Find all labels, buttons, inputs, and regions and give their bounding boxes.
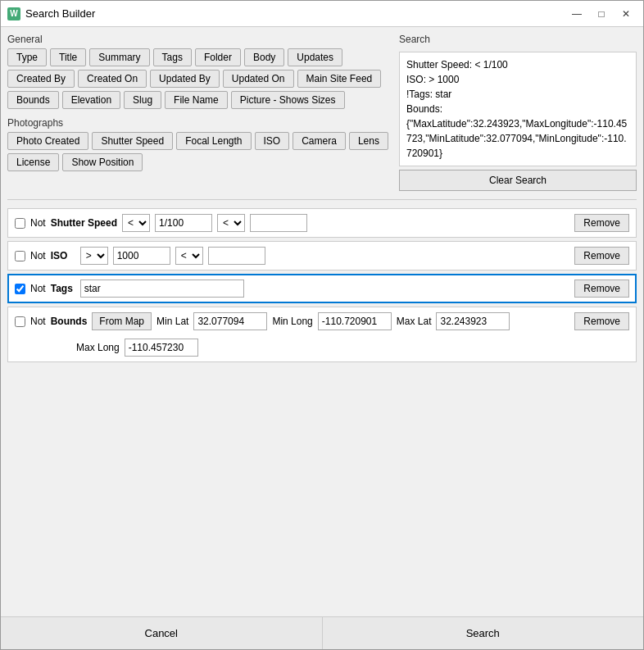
clear-search-button[interactable]: Clear Search (399, 170, 637, 191)
photo-btn-shutter-speed[interactable]: Shutter Speed (92, 132, 173, 150)
iso-op2-dropdown[interactable]: <>= (175, 247, 203, 265)
left-panel: General TypeTitleSummaryTagsFolderBodyUp… (7, 34, 392, 191)
search-label: Search (399, 34, 637, 45)
iso-not-label: Not (30, 250, 46, 261)
footer: Cancel Search (1, 616, 643, 649)
bounds-not-checkbox[interactable] (15, 316, 25, 327)
from-map-button[interactable]: From Map (92, 312, 152, 330)
tags-value-input[interactable] (80, 280, 244, 298)
cancel-button[interactable]: Cancel (1, 617, 323, 649)
photographs-label: Photographs (7, 117, 392, 129)
general-btn-updated-on[interactable]: Updated On (223, 70, 294, 88)
iso-remove-button[interactable]: Remove (574, 247, 629, 265)
content-area: General TypeTitleSummaryTagsFolderBodyUp… (1, 27, 643, 616)
general-btn-created-on[interactable]: Created On (78, 70, 147, 88)
bounds-remove-button[interactable]: Remove (574, 312, 629, 330)
photo-btn-lens[interactable]: Lens (349, 132, 388, 150)
general-btn-summary[interactable]: Summary (89, 48, 149, 66)
photo-btn-camera[interactable]: Camera (293, 132, 346, 150)
iso-value1-input[interactable] (113, 247, 170, 265)
photo-btn-focal-length[interactable]: Focal Length (176, 132, 251, 150)
photographs-buttons: Photo CreatedShutter SpeedFocal LengthIS… (7, 132, 392, 171)
general-btn-elevation[interactable]: Elevation (62, 91, 120, 109)
iso-row: Not ISO <>= <>= Remove (7, 241, 637, 270)
filter-rows: Not Shutter Speed <>= <>= Remove Not ISO (7, 208, 637, 610)
shutter-speed-op1-dropdown[interactable]: <>= (122, 214, 150, 232)
search-button[interactable]: Search (323, 617, 644, 649)
max-lat-label: Max Lat (397, 316, 432, 327)
max-lat-input[interactable] (436, 312, 510, 330)
shutter-speed-op2-dropdown[interactable]: <>= (217, 214, 245, 232)
shutter-speed-not-label: Not (30, 217, 46, 229)
title-bar: W Search Builder — □ ✕ (1, 1, 643, 27)
iso-not-checkbox[interactable] (15, 251, 25, 261)
shutter-speed-value2-input[interactable] (250, 214, 307, 232)
tags-remove-button[interactable]: Remove (574, 280, 629, 298)
general-btn-slug[interactable]: Slug (124, 91, 161, 109)
right-panel: Search Shutter Speed: < 1/100 ISO: > 100… (399, 34, 637, 191)
general-btn-folder[interactable]: Folder (195, 48, 241, 66)
title-bar-controls: — □ ✕ (566, 5, 637, 23)
min-lat-input[interactable] (193, 312, 267, 330)
max-long-input[interactable] (125, 339, 198, 357)
iso-field-label: ISO (51, 250, 75, 261)
maximize-button[interactable]: □ (591, 5, 612, 23)
tags-row: Not Tags Remove (7, 274, 637, 303)
photo-btn-photo-created[interactable]: Photo Created (7, 132, 88, 150)
general-label: General (7, 34, 392, 45)
shutter-speed-field-label: Shutter Speed (51, 217, 117, 229)
photo-btn-show-position[interactable]: Show Position (62, 153, 143, 171)
minimize-button[interactable]: — (566, 5, 587, 23)
shutter-speed-value1-input[interactable] (155, 214, 212, 232)
bounds-not-label: Not (30, 316, 46, 327)
shutter-speed-not-checkbox[interactable] (15, 218, 25, 229)
general-btn-file-name[interactable]: File Name (165, 91, 228, 109)
general-btn-created-by[interactable]: Created By (7, 70, 75, 88)
general-btn-updates[interactable]: Updates (288, 48, 342, 66)
window-icon: W (7, 7, 20, 20)
tags-not-label: Not (30, 283, 46, 294)
search-display: Shutter Speed: < 1/100 ISO: > 1000 !Tags… (399, 52, 637, 166)
photo-btn-license[interactable]: License (7, 153, 59, 171)
max-long-label: Max Long (76, 342, 120, 353)
general-btn-main-site-feed[interactable]: Main Site Feed (297, 70, 382, 88)
general-btn-tags[interactable]: Tags (153, 48, 192, 66)
tags-not-checkbox[interactable] (15, 284, 25, 294)
tags-field-label: Tags (51, 283, 75, 294)
min-long-label: Min Long (272, 316, 312, 327)
iso-value2-input[interactable] (208, 247, 265, 265)
general-btn-updated-by[interactable]: Updated By (150, 70, 220, 88)
search-builder-window: W Search Builder — □ ✕ General TypeTitle… (0, 0, 644, 650)
general-btn-type[interactable]: Type (7, 48, 47, 66)
general-btn-bounds[interactable]: Bounds (7, 91, 59, 109)
shutter-speed-remove-button[interactable]: Remove (574, 214, 629, 232)
window-title: Search Builder (25, 7, 566, 20)
general-buttons: TypeTitleSummaryTagsFolderBodyUpdatesCre… (7, 48, 392, 109)
divider (7, 199, 637, 200)
general-btn-title[interactable]: Title (50, 48, 86, 66)
close-button[interactable]: ✕ (615, 5, 637, 23)
top-section: General TypeTitleSummaryTagsFolderBodyUp… (7, 34, 637, 191)
general-btn-picture---shows-sizes[interactable]: Picture - Shows Sizes (231, 91, 345, 109)
photo-btn-iso[interactable]: ISO (255, 132, 290, 150)
bounds-second-line: Max Long (15, 339, 629, 357)
general-btn-body[interactable]: Body (244, 48, 284, 66)
min-lat-label: Min Lat (156, 316, 188, 327)
min-long-input[interactable] (318, 312, 392, 330)
shutter-speed-row: Not Shutter Speed <>= <>= Remove (7, 208, 637, 238)
iso-op1-dropdown[interactable]: <>= (80, 247, 108, 265)
bounds-row: Not Bounds From Map Min Lat Min Long Max… (7, 307, 637, 362)
bounds-field-label: Bounds (51, 316, 88, 327)
